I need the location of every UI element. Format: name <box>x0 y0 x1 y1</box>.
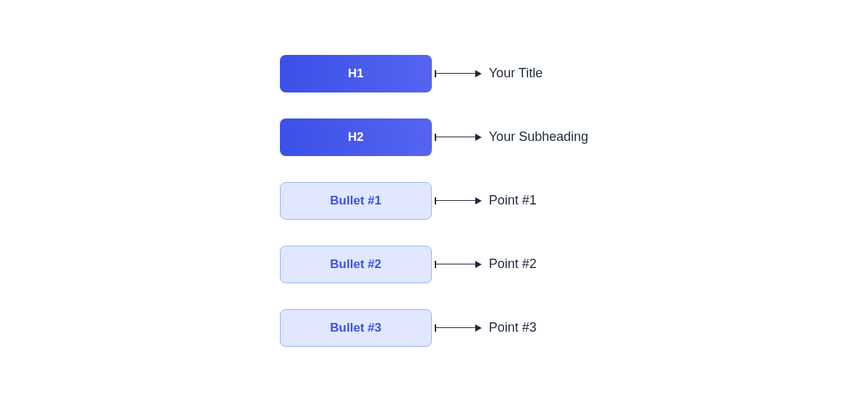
row-bullet-3: Bullet #3 Point #3 <box>280 309 588 347</box>
arrow-icon <box>435 134 482 141</box>
tag-h2-text: H2 <box>348 130 364 145</box>
tag-h1: H1 <box>280 55 432 92</box>
row-h1: H1 Your Title <box>280 55 588 92</box>
arrow-icon <box>435 70 482 77</box>
arrow-icon <box>435 197 482 204</box>
tag-bullet-1-text: Bullet #1 <box>330 194 381 208</box>
tag-h2: H2 <box>280 118 432 156</box>
label-bullet-3: Point #3 <box>489 320 537 335</box>
label-bullet-1: Point #1 <box>489 193 537 208</box>
label-bullet-2: Point #2 <box>489 256 537 272</box>
row-bullet-2: Bullet #2 Point #2 <box>280 246 588 283</box>
tag-bullet-3-text: Bullet #3 <box>330 321 381 335</box>
row-bullet-1: Bullet #1 Point #1 <box>280 182 588 220</box>
tag-bullet-3: Bullet #3 <box>280 309 432 347</box>
tag-h1-text: H1 <box>348 66 364 81</box>
arrow-icon <box>435 324 482 332</box>
tag-bullet-2: Bullet #2 <box>280 246 432 283</box>
label-h2: Your Subheading <box>489 129 588 145</box>
row-h2: H2 Your Subheading <box>280 118 588 156</box>
tag-bullet-2-text: Bullet #2 <box>330 257 381 272</box>
arrow-icon <box>435 261 482 268</box>
heading-structure-diagram: H1 Your Title H2 Your Subheading Bullet … <box>280 55 588 347</box>
tag-bullet-1: Bullet #1 <box>280 182 432 220</box>
label-h1: Your Title <box>489 66 542 81</box>
